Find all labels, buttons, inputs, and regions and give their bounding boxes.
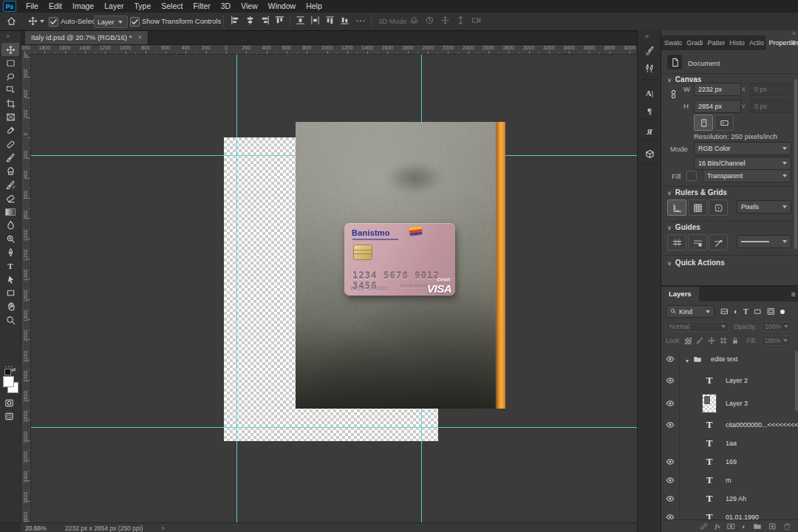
group-chevron-icon[interactable]: ▾	[686, 352, 689, 366]
layer-name[interactable]: 01.01.1990	[726, 514, 759, 520]
layer-row[interactable]: ▾edite text	[661, 348, 798, 370]
menu-help[interactable]: Help	[301, 0, 327, 13]
menu-select[interactable]: Select	[156, 0, 188, 13]
eye-icon[interactable]	[666, 420, 675, 429]
align-icon-al4[interactable]	[275, 16, 284, 25]
bank-card-layer[interactable]: Banistmo 1234 5678 9012 3456 ····· ·····…	[344, 223, 455, 296]
shape-filter-icon[interactable]	[754, 307, 762, 316]
fill-dropdown[interactable]: Transparent	[703, 169, 791, 183]
lock-position-icon[interactable]	[708, 337, 715, 344]
tool-pen[interactable]	[1, 246, 19, 259]
layer-filter-kind-dropdown[interactable]: Kind	[666, 305, 715, 318]
eye-icon[interactable]	[666, 399, 675, 408]
panel-menu-icon[interactable]: ≡	[791, 38, 796, 47]
delete-layer-icon[interactable]	[783, 522, 791, 531]
home-icon[interactable]	[7, 16, 16, 26]
menu-filter[interactable]: Filter	[188, 0, 215, 13]
distribute-icon-di1[interactable]	[296, 16, 305, 25]
layer-name[interactable]: 129 Ah	[726, 495, 746, 502]
menu-file[interactable]: File	[21, 0, 44, 13]
layers-scrollbar[interactable]	[795, 351, 798, 412]
layer-row[interactable]: T129 Ah	[661, 489, 798, 508]
lock-transparency-icon[interactable]	[685, 338, 692, 344]
guide-horizontal-1b[interactable]	[505, 155, 637, 156]
guide-vertical-1[interactable]	[236, 54, 237, 522]
guide-vertical-2b[interactable]	[421, 409, 422, 522]
guide-horizontal-2[interactable]	[30, 427, 637, 428]
tool-shape[interactable]	[1, 286, 19, 299]
mode-dropdown[interactable]: RGB Color	[694, 142, 791, 155]
eye-icon[interactable]	[666, 513, 675, 520]
tool-objselect[interactable]	[1, 83, 19, 97]
clear-guides-button[interactable]	[709, 234, 728, 250]
rulers-grids-header[interactable]: ∨Rulers & Grids	[667, 188, 727, 197]
tool-frame[interactable]	[1, 111, 19, 124]
status-expand-icon[interactable]: >	[161, 525, 165, 532]
adjustment-filter-icon[interactable]: ◐	[734, 307, 738, 316]
show-transform-checkbox[interactable]	[130, 17, 140, 27]
fill-checkbox[interactable]	[686, 171, 697, 181]
close-tab-icon[interactable]: ×	[137, 33, 142, 41]
lock-all-icon[interactable]	[732, 337, 739, 344]
layer-row[interactable]: TLayer 2	[661, 369, 798, 392]
guide-vertical-2a[interactable]	[421, 54, 422, 122]
layer-row[interactable]: T1aa	[661, 434, 798, 453]
layer-name[interactable]: cita0000000...<<<<<<<<0 d	[726, 421, 798, 429]
ruler-vertical[interactable]: 8006004002000200400600800100012001400160…	[21, 54, 31, 522]
distribute-icon-di2[interactable]	[310, 16, 320, 25]
tool-heal[interactable]	[1, 137, 19, 151]
layer-mask-icon[interactable]	[727, 522, 735, 531]
collapse-dock-icon[interactable]: »	[645, 33, 648, 40]
smart-object-filter-icon[interactable]	[767, 307, 775, 316]
orientation-portrait-button[interactable]	[694, 115, 713, 131]
type-filter-icon[interactable]: T	[743, 307, 748, 316]
tool-dodge[interactable]	[1, 232, 19, 245]
layer-name[interactable]: 169	[726, 458, 737, 466]
brushes-panel-icon[interactable]	[638, 60, 661, 76]
tool-move[interactable]	[1, 43, 19, 56]
eye-icon[interactable]	[666, 494, 675, 503]
canvas-viewport[interactable]: Banistmo 1234 5678 9012 3456 ····· ·····…	[21, 54, 637, 522]
adjustment-layer-icon[interactable]: ◐	[742, 522, 746, 531]
zoom-level-field[interactable]: 20.66%	[25, 525, 47, 532]
layer-row[interactable]: T01.01.1990	[661, 508, 798, 519]
layers-menu-icon[interactable]: ≡	[791, 290, 796, 299]
depth-dropdown[interactable]: 16 Bits/Channel	[694, 157, 791, 170]
layer-visibility-cell[interactable]	[661, 415, 680, 434]
tool-blur[interactable]	[1, 219, 19, 232]
tool-hbrush[interactable]	[1, 178, 19, 191]
layer-row[interactable]: Tcita0000000...<<<<<<<<0 d	[661, 415, 798, 434]
tool-eraser[interactable]	[1, 191, 19, 205]
layer-name[interactable]: Layer 3	[726, 400, 748, 407]
lock-guides-button[interactable]	[688, 234, 707, 250]
tool-eyedrop[interactable]	[1, 124, 19, 137]
toggle-grid-button[interactable]	[688, 200, 707, 216]
auto-select-checkbox[interactable]	[49, 17, 58, 27]
link-layers-icon[interactable]	[700, 522, 708, 531]
align-icon-al1[interactable]	[231, 16, 240, 25]
layer-visibility-cell[interactable]	[661, 508, 680, 519]
tool-gradient[interactable]	[1, 205, 19, 219]
quick-actions-header[interactable]: ∨Quick Actions	[667, 259, 725, 267]
menu-type[interactable]: Type	[129, 0, 156, 13]
lock-pixels-icon[interactable]	[696, 337, 703, 344]
layer-name[interactable]: edite text	[711, 355, 738, 363]
menu-edit[interactable]: Edit	[44, 0, 67, 13]
layer-row[interactable]: Tm	[661, 471, 798, 490]
eye-icon[interactable]	[666, 457, 675, 466]
brush-settings-panel-icon[interactable]	[638, 42, 661, 58]
screen-mode-icon[interactable]	[4, 412, 14, 421]
layer-visibility-cell[interactable]	[661, 391, 680, 415]
layer-name[interactable]: Layer 2	[726, 377, 748, 384]
lock-artboard-icon[interactable]	[720, 337, 727, 344]
layer-name[interactable]: m	[726, 477, 732, 484]
layer-row[interactable]: T169	[661, 452, 798, 471]
tool-pathsel[interactable]	[1, 273, 19, 286]
quick-mask-icon[interactable]	[4, 398, 14, 408]
ruler-horizontal[interactable]: 2000180016001400120010008006004002000200…	[21, 44, 637, 55]
tool-crop[interactable]	[1, 97, 19, 110]
tool-type[interactable]: T	[1, 259, 19, 273]
width-field[interactable]: 2232 px	[694, 83, 741, 96]
swap-colors-arrows-icon[interactable]: ⇄	[11, 366, 16, 373]
leather-background-photo-layer[interactable]: Banistmo 1234 5678 9012 3456 ····· ·····…	[296, 122, 505, 409]
